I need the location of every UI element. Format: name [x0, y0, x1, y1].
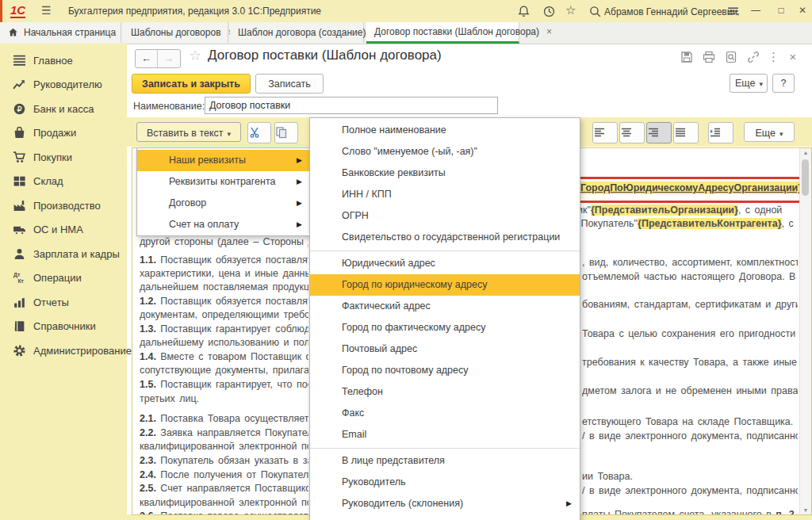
- preview-icon[interactable]: [725, 51, 738, 64]
- shopping-bag-icon: [13, 126, 26, 140]
- align-center-button[interactable]: [619, 122, 645, 143]
- print-icon[interactable]: [703, 51, 716, 64]
- doc-line: 1.3. Поставщик гарантирует соблюде: [140, 323, 308, 335]
- menu-item-rekvizity-kontragenta[interactable]: Реквизиты контрагента▶: [137, 171, 310, 193]
- sidebar-item-administrirovanie[interactable]: Администрирование: [0, 339, 127, 363]
- doc-line: сопутствующие документы, прилагаем: [140, 364, 308, 377]
- sidebar-item-otchety[interactable]: Отчеты: [0, 291, 127, 315]
- align-right-button[interactable]: [646, 122, 672, 143]
- help-button[interactable]: ?: [772, 74, 795, 93]
- menu-item-email[interactable]: Email: [310, 424, 580, 445]
- more-actions-kebab-icon[interactable]: ⋮: [768, 51, 779, 64]
- favorites-star-icon[interactable]: ☆: [565, 3, 579, 17]
- close-tab-icon[interactable]: ×: [546, 26, 552, 37]
- close-form-icon[interactable]: ×: [787, 51, 799, 64]
- menu-item-rukovoditel-skloneniya[interactable]: Руководитель (склонения)▶: [310, 493, 580, 514]
- more-label: Еще: [756, 128, 776, 139]
- sidebar-label: Покупки: [33, 151, 72, 163]
- more-button[interactable]: Еще▾: [730, 74, 768, 93]
- save-and-close-button[interactable]: Записать и закрыть: [132, 74, 251, 94]
- gear-icon: [13, 344, 26, 358]
- sidebar-item-spravochniki[interactable]: Справочники: [0, 315, 127, 338]
- menu-item-yuridicheskiy-adres[interactable]: Юридический адрес: [310, 253, 580, 274]
- name-input[interactable]: [205, 97, 498, 114]
- sidebar-item-glavnoe[interactable]: Главное: [0, 49, 127, 73]
- menu-item-fakticheskiy-adres[interactable]: Фактический адрес: [310, 296, 580, 317]
- service-menu-icon[interactable]: [726, 5, 740, 18]
- window-title: Бухгалтерия предприятия, редакция 3.0 1С…: [68, 6, 321, 17]
- doc-line: квалифицированной электронной подпи: [140, 496, 308, 509]
- vertical-scrollbar[interactable]: ▲ ▼: [799, 148, 811, 514]
- copy-button[interactable]: [274, 122, 298, 143]
- main-menu-icon[interactable]: ☰: [41, 4, 52, 17]
- tab-start-page[interactable]: Начальная страница: [0, 22, 121, 43]
- sidebar-item-sklad[interactable]: Склад: [0, 170, 127, 193]
- tab-supply-contract[interactable]: Договор поставки (Шаблон договора)×: [366, 22, 519, 44]
- menu-item-gorod-po-yuridicheskomu-adresu[interactable]: Город по юридическому адресу: [310, 274, 580, 296]
- maximize-button[interactable]: □: [774, 5, 788, 16]
- menu-item-schet-na-oplatu[interactable]: Счет на оплату▶: [137, 214, 310, 235]
- menu-item-polnoe-naimenovanie[interactable]: Полное наименование: [310, 120, 580, 141]
- menu-item-v-lice-predstavitelya[interactable]: В лице представителя: [310, 450, 580, 472]
- menu-item-dogovor[interactable]: Договор▶: [137, 193, 310, 214]
- save-icon[interactable]: [680, 51, 694, 64]
- menu-item-pochtovyy-adres[interactable]: Почтовый адрес: [310, 338, 580, 360]
- sidebar-item-rukovoditelyu[interactable]: Руководителю: [0, 73, 127, 97]
- favorite-star-icon[interactable]: ☆: [189, 47, 201, 64]
- doc-line: 1.1. Поставщик обязуется поставлять,: [140, 254, 308, 266]
- search-icon[interactable]: [588, 5, 602, 18]
- tab-template-new[interactable]: Шаблон договора (создание) *×: [230, 22, 364, 43]
- doc-line: дальнейшем поставляемая продукция: [140, 281, 308, 293]
- doc-line: "Покупатель"{ПредставительКонтрагента}, …: [577, 217, 801, 230]
- menu-item-inn-kpp[interactable]: ИНН / КПП: [310, 184, 580, 205]
- sidebar-item-zarplata-i-kadry[interactable]: Зарплата и кадры: [0, 243, 127, 266]
- history-icon[interactable]: [542, 5, 556, 18]
- tab-label: Шаблоны договоров: [131, 27, 221, 38]
- close-window-button[interactable]: ✕: [795, 5, 810, 16]
- sidebar-item-operacii[interactable]: ДтКт Операции: [0, 266, 127, 290]
- menu-item-dolzhnost-rukovoditelya[interactable]: Должность руководителя: [310, 514, 580, 520]
- notifications-bell-icon[interactable]: [517, 5, 530, 18]
- save-button[interactable]: Записать: [255, 74, 324, 94]
- current-user[interactable]: Абрамов Геннадий Сергеевич: [604, 6, 737, 17]
- indent-button[interactable]: [708, 122, 733, 143]
- minimize-button[interactable]: —: [749, 5, 763, 16]
- sidebar-label: Отчеты: [33, 296, 69, 308]
- app-window: 1С ☰ Бухгалтерия предприятия, редакция 3…: [0, 0, 812, 520]
- menu-item-gorod-po-fakticheskomu-adresu[interactable]: Город по фактическому адресу: [310, 317, 580, 338]
- scroll-down-icon[interactable]: ▼: [800, 507, 811, 513]
- menu-item-gorod-po-pochtovomu-adresu[interactable]: Город по почтовому адресу: [310, 360, 580, 381]
- insert-into-text-button[interactable]: Вставить в текст▾: [136, 122, 241, 142]
- sidebar-item-proizvodstvo[interactable]: Производство: [0, 194, 127, 218]
- menu-item-nashi-rekvizity[interactable]: Наши реквизиты▶: [137, 150, 310, 171]
- align-justify-button[interactable]: [673, 122, 699, 143]
- cut-button[interactable]: [247, 122, 271, 143]
- menu-item-ogrn[interactable]: ОГРН: [310, 205, 580, 227]
- scroll-up-icon[interactable]: ▲: [800, 150, 811, 155]
- align-left-button[interactable]: [592, 122, 618, 143]
- submenu-arrow-icon: ▶: [297, 171, 302, 193]
- nav-history-group: ← →: [135, 49, 181, 68]
- tab-contract-templates[interactable]: Шаблоны договоров×: [123, 22, 228, 43]
- sidebar-item-pokupki[interactable]: Покупки: [0, 146, 127, 170]
- menu-item-bankovskie-rekvizity[interactable]: Банковские реквизиты: [310, 162, 580, 184]
- tab-label: Шаблон договора (создание) *: [238, 27, 372, 38]
- doc-line: Товара с целью сохранения его пригодност…: [582, 327, 798, 340]
- forward-button[interactable]: →: [158, 50, 179, 67]
- back-button[interactable]: ←: [136, 50, 158, 67]
- sidebar-label: Производство: [33, 200, 101, 212]
- link-icon[interactable]: [747, 51, 760, 64]
- scrollbar-thumb[interactable]: [802, 159, 809, 196]
- menu-item-rukovoditel[interactable]: Руководитель: [310, 472, 580, 493]
- editor-more-button[interactable]: Еще▾: [744, 122, 795, 142]
- menu-item-telefon[interactable]: Телефон: [310, 381, 580, 403]
- menu-item-svidetelstvo[interactable]: Свидетельство о государственной регистра…: [310, 227, 580, 248]
- sidebar-item-os-i-nma[interactable]: ОС и НМА: [0, 218, 127, 242]
- field-token: {ПредставительОрганизации}: [591, 205, 738, 216]
- sidebar-item-bank-i-kassa[interactable]: ₽ Банк и касса: [0, 98, 127, 121]
- menu-item-slovo-imenuemoe[interactable]: Слово "именуемое (-ый, -ая)": [310, 141, 580, 162]
- sidebar-label: Главное: [33, 55, 73, 67]
- doc-line: требования к качеству Товара, а также ин…: [582, 356, 798, 369]
- sidebar-item-prodazhi[interactable]: Продажи: [0, 121, 127, 145]
- menu-item-faks[interactable]: Факс: [310, 403, 580, 424]
